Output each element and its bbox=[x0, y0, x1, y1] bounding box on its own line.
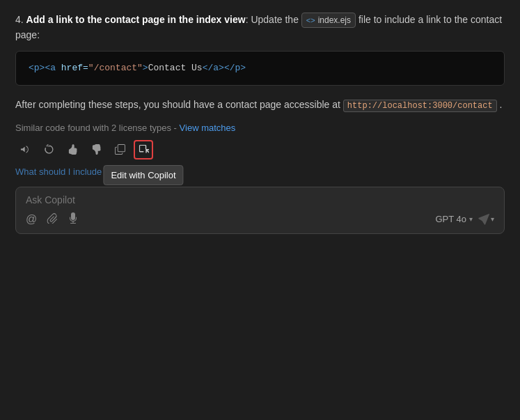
step-number: 4. bbox=[15, 14, 24, 25]
file-badge-name: index.ejs bbox=[318, 14, 351, 26]
volume-icon[interactable] bbox=[15, 140, 35, 160]
send-chevron-icon: ▾ bbox=[491, 215, 494, 223]
ask-copilot-icons: @ bbox=[26, 212, 79, 226]
attach-icon[interactable] bbox=[47, 212, 58, 226]
thumbs-down-icon[interactable] bbox=[86, 140, 106, 160]
code-open-p: <p> bbox=[29, 63, 45, 73]
edit-copilot-wrapper: Edit with Copilot bbox=[134, 140, 153, 160]
send-button[interactable]: ▾ bbox=[478, 214, 494, 225]
edit-copilot-button[interactable] bbox=[134, 140, 153, 160]
retry-icon[interactable] bbox=[39, 140, 58, 160]
code-href-attr: href= bbox=[61, 63, 88, 73]
description: After completing these steps, you should… bbox=[15, 97, 505, 113]
localhost-url: http://localhost:3000/contact bbox=[343, 100, 497, 112]
thumbs-up-icon[interactable] bbox=[63, 140, 82, 160]
model-chevron-icon: ▾ bbox=[469, 215, 473, 223]
angle-bracket-icon: <> bbox=[306, 15, 315, 26]
model-label: GPT 4o bbox=[435, 214, 466, 224]
code-close-p: </p> bbox=[224, 63, 246, 73]
microphone-icon[interactable] bbox=[68, 212, 79, 226]
description-text2: . bbox=[500, 99, 503, 110]
code-close-a-open: > bbox=[143, 63, 148, 73]
suggested-question[interactable]: What should I include in the form? bbox=[15, 166, 505, 177]
step-bold-text: Add a link to the contact page in the in… bbox=[26, 14, 246, 25]
code-close-a: </a> bbox=[203, 63, 224, 73]
ask-copilot-right: GPT 4o ▾ ▾ bbox=[435, 214, 494, 225]
step-heading: 4. Add a link to the contact page in the… bbox=[15, 13, 505, 42]
code-href-val: "/contact" bbox=[88, 63, 143, 73]
step-colon: : Update the bbox=[246, 14, 299, 25]
copy-icon[interactable] bbox=[110, 140, 129, 160]
at-icon[interactable]: @ bbox=[26, 213, 37, 226]
file-badge: <> index.ejs bbox=[301, 13, 356, 28]
ask-copilot-area: Ask Copilot @ GPT 4o ▾ ▾ bbox=[15, 187, 505, 234]
model-selector[interactable]: GPT 4o ▾ bbox=[435, 214, 473, 224]
license-text: Similar code found with 2 license types … bbox=[15, 123, 177, 133]
code-block: <p><a href="/contact">Contact Us</a></p> bbox=[15, 51, 505, 86]
description-text1: After completing these steps, you should… bbox=[15, 99, 340, 110]
license-line: Similar code found with 2 license types … bbox=[15, 123, 505, 133]
code-open-a: <a bbox=[45, 63, 61, 73]
view-matches-link[interactable]: View matches bbox=[180, 123, 236, 133]
action-icons-row: Edit with Copilot bbox=[15, 140, 505, 160]
code-text-content: Contact Us bbox=[148, 63, 203, 73]
ask-copilot-placeholder[interactable]: Ask Copilot bbox=[26, 194, 494, 205]
ask-copilot-bottom: @ GPT 4o ▾ ▾ bbox=[26, 212, 494, 226]
